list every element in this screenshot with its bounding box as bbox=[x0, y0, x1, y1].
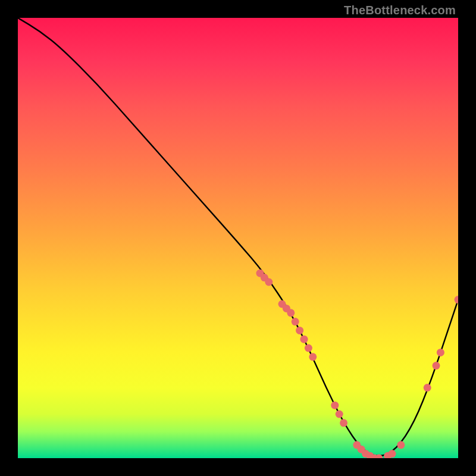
bottleneck-curve bbox=[18, 18, 458, 456]
data-point bbox=[296, 327, 303, 334]
data-point bbox=[433, 362, 440, 369]
data-point bbox=[424, 384, 431, 392]
data-point bbox=[455, 296, 459, 303]
data-point bbox=[309, 353, 317, 361]
data-point bbox=[300, 336, 308, 343]
data-point bbox=[265, 278, 273, 286]
data-point bbox=[340, 419, 347, 427]
data-point bbox=[305, 345, 312, 352]
watermark-text: TheBottleneck.com bbox=[344, 4, 456, 17]
data-points-group bbox=[256, 270, 459, 458]
chart-stage: TheBottleneck.com bbox=[0, 0, 476, 476]
data-point bbox=[331, 402, 339, 409]
data-point bbox=[397, 441, 405, 449]
chart-svg bbox=[18, 18, 458, 458]
plot-area bbox=[18, 18, 458, 458]
data-point bbox=[336, 411, 343, 418]
data-point bbox=[287, 309, 295, 317]
data-point bbox=[437, 349, 444, 356]
data-point bbox=[389, 450, 396, 458]
data-point bbox=[292, 318, 299, 325]
